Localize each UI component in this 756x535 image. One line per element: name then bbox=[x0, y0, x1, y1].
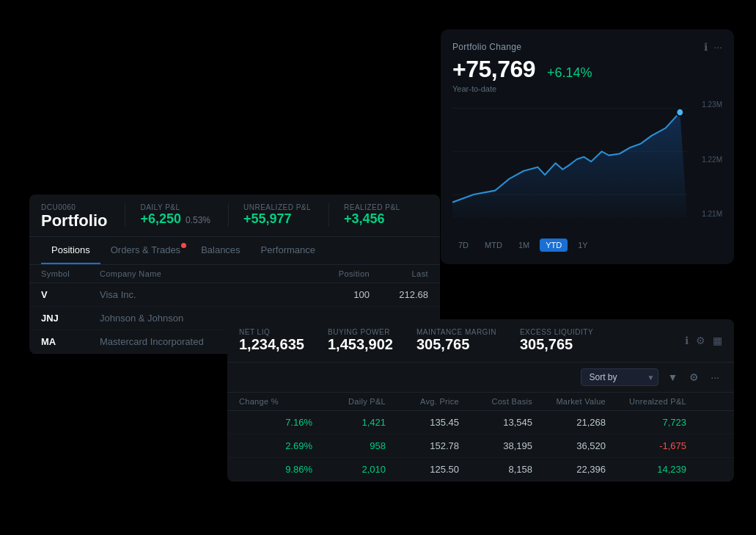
sort-wrapper: Sort by Symbol Change % Daily P&L Market… bbox=[581, 368, 658, 386]
avg-price-cell: 135.45 bbox=[386, 417, 459, 428]
row-symbol: V bbox=[41, 289, 100, 300]
portfolio-header: DCU0060 Portfolio DAILY P&L +6,250 0.53%… bbox=[29, 194, 440, 237]
buying-power-value: 1,453,902 bbox=[328, 336, 393, 353]
daily-pnl-label: DAILY P&L bbox=[140, 203, 210, 211]
settings-icon[interactable]: ⚙ bbox=[686, 368, 702, 386]
tabs: Positions Orders & Trades Balances Perfo… bbox=[29, 237, 440, 265]
daily-pnl-cell: 2,010 bbox=[312, 464, 386, 475]
orders-badge bbox=[181, 243, 186, 248]
detail-row[interactable]: 7.16% 1,421 135.45 13,545 21,268 7,723 bbox=[227, 411, 734, 434]
unrealized-pnl-cell: 7,723 bbox=[606, 417, 686, 428]
market-value-cell: 22,396 bbox=[532, 464, 606, 475]
col-cost-basis: Cost Basis bbox=[459, 397, 532, 406]
col-change-pct: Change % bbox=[239, 397, 312, 406]
time-mtd[interactable]: MTD bbox=[479, 239, 508, 252]
card-actions: ℹ ··· bbox=[704, 41, 722, 53]
chart-label-bot: 1.21M bbox=[687, 210, 722, 218]
row-symbol: JNJ bbox=[41, 313, 100, 324]
daily-pnl-cell: 958 bbox=[312, 440, 386, 451]
main-margin-label: MAINTANCE MARGIN bbox=[416, 328, 496, 336]
sort-filter-row: Sort by Symbol Change % Daily P&L Market… bbox=[227, 363, 734, 393]
unrealized-value: +55,977 bbox=[243, 211, 311, 227]
market-value-cell: 36,520 bbox=[532, 440, 606, 451]
avg-price-cell: 125.50 bbox=[386, 464, 459, 475]
cost-basis-cell: 38,195 bbox=[459, 440, 532, 451]
cost-basis-cell: 8,158 bbox=[459, 464, 532, 475]
daily-pnl-cell: 1,421 bbox=[312, 417, 386, 428]
col-position: Position bbox=[246, 269, 370, 278]
info-icon[interactable]: ℹ bbox=[685, 335, 689, 346]
col-symbol: Symbol bbox=[41, 269, 100, 278]
portfolio-identity: DCU0060 Portfolio bbox=[41, 203, 107, 230]
tab-performance[interactable]: Performance bbox=[251, 237, 326, 264]
detail-table-header: Change % Daily P&L Avg. Price Cost Basis… bbox=[227, 393, 734, 411]
detail-panel: NET LIQ 1,234,635 BUYING POWER 1,453,902… bbox=[227, 319, 734, 481]
time-7d[interactable]: 7D bbox=[452, 239, 474, 252]
net-liq-value: 1,234,635 bbox=[239, 336, 304, 353]
time-1y[interactable]: 1Y bbox=[572, 239, 593, 252]
table-header: Symbol Company Name Position Last bbox=[29, 265, 440, 283]
realized-value: +3,456 bbox=[344, 211, 400, 227]
unrealized-stat: UNREALIZED P&L +55,977 bbox=[228, 203, 311, 227]
chart-label-mid: 1.22M bbox=[687, 156, 722, 164]
col-daily-pnl: Daily P&L bbox=[312, 397, 386, 406]
chart-svg-area bbox=[452, 101, 687, 218]
daily-pnl-pct: 0.53% bbox=[186, 215, 210, 225]
detail-row[interactable]: 2.69% 958 152.78 38,195 36,520 -1,675 bbox=[227, 434, 734, 458]
chart-y-labels: 1.23M 1.22M 1.21M bbox=[687, 101, 722, 218]
portfolio-change-title: Portfolio Change bbox=[452, 42, 521, 52]
unrealized-pnl-cell: -1,675 bbox=[606, 440, 686, 451]
detail-row[interactable]: 9.86% 2,010 125.50 8,158 22,396 14,239 bbox=[227, 458, 734, 481]
daily-pnl-value: +6,250 bbox=[140, 211, 181, 227]
col-unrealized-pnl: Unrealzed P&L bbox=[606, 397, 686, 406]
layout-icon[interactable]: ▦ bbox=[713, 335, 722, 346]
tab-balances[interactable]: Balances bbox=[191, 237, 250, 264]
sort-select[interactable]: Sort by Symbol Change % Daily P&L Market… bbox=[581, 368, 658, 386]
portfolio-chart: 1.23M 1.22M 1.21M bbox=[452, 101, 722, 233]
col-avg-price: Avg. Price bbox=[386, 397, 459, 406]
row-last: 212.68 bbox=[370, 289, 428, 300]
buying-power-label: BUYING POWER bbox=[328, 328, 393, 336]
row-company: Mastercard Incorporated bbox=[100, 336, 246, 347]
avg-price-cell: 152.78 bbox=[386, 440, 459, 451]
row-position: 100 bbox=[246, 289, 370, 300]
net-liq-label: NET LIQ bbox=[239, 328, 304, 336]
cost-basis-cell: 13,545 bbox=[459, 417, 532, 428]
svg-point-3 bbox=[676, 109, 683, 117]
portfolio-period: Year-to-date bbox=[452, 84, 722, 93]
info-icon[interactable]: ℹ bbox=[704, 41, 708, 53]
change-pct-cell: 9.86% bbox=[239, 464, 312, 475]
portfolio-name: Portfolio bbox=[41, 211, 107, 230]
market-value-cell: 21,268 bbox=[532, 417, 606, 428]
col-company: Company Name bbox=[100, 269, 246, 278]
excess-liq-value: 305,765 bbox=[520, 336, 593, 353]
portfolio-id: DCU0060 bbox=[41, 203, 107, 211]
time-1m[interactable]: 1M bbox=[513, 239, 535, 252]
more-icon[interactable]: ··· bbox=[708, 368, 722, 386]
row-company: Johnson & Johnson bbox=[100, 313, 246, 324]
change-pct-cell: 7.16% bbox=[239, 417, 312, 428]
filter-icon[interactable]: ▼ bbox=[664, 368, 680, 386]
unrealized-label: UNREALIZED P&L bbox=[243, 203, 311, 211]
portfolio-value: +75,769 bbox=[452, 56, 535, 83]
buying-power-stat: BUYING POWER 1,453,902 bbox=[328, 328, 393, 353]
row-company: Visa Inc. bbox=[100, 289, 246, 300]
chart-label-top: 1.23M bbox=[687, 101, 722, 109]
time-ytd[interactable]: YTD bbox=[540, 239, 568, 252]
portfolio-pct: +6.14% bbox=[547, 65, 592, 81]
tab-orders-trades[interactable]: Orders & Trades bbox=[100, 237, 191, 264]
net-liq-stat: NET LIQ 1,234,635 bbox=[239, 328, 304, 353]
col-last: Last bbox=[370, 269, 428, 278]
unrealized-pnl-cell: 14,239 bbox=[606, 464, 686, 475]
main-margin-stat: MAINTANCE MARGIN 305,765 bbox=[416, 328, 496, 353]
table-row[interactable]: V Visa Inc. 100 212.68 bbox=[29, 283, 440, 307]
tab-positions[interactable]: Positions bbox=[41, 237, 100, 264]
settings-icon[interactable]: ⚙ bbox=[696, 335, 705, 346]
more-icon[interactable]: ··· bbox=[713, 41, 722, 53]
excess-liq-label: EXCESS LIQUIDITY bbox=[520, 328, 593, 336]
realized-stat: REALIZED P&L +3,456 bbox=[329, 203, 400, 227]
daily-pnl-stat: DAILY P&L +6,250 0.53% bbox=[125, 203, 210, 227]
col-market-value: Market Value bbox=[532, 397, 606, 406]
portfolio-change-card: Portfolio Change ℹ ··· +75,769 +6.14% Ye… bbox=[441, 29, 734, 264]
account-icons: ℹ ⚙ ▦ bbox=[685, 335, 722, 346]
